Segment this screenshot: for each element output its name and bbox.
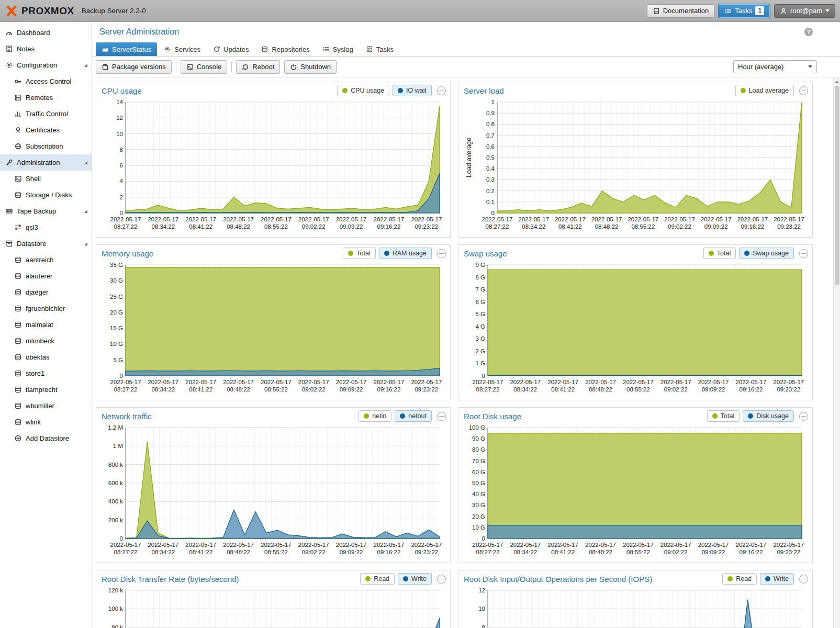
sidebar-item-qsl3[interactable]: qsl3: [0, 219, 92, 236]
console-button[interactable]: Console: [181, 60, 228, 74]
svg-text:09:16:22: 09:16:22: [377, 386, 401, 392]
sidebar-item-malmalat[interactable]: malmalat: [0, 317, 92, 333]
power-icon: [290, 63, 297, 71]
chart-plot-memory: 05 G10 G15 G20 G25 G30 G35 G2022-05-1708…: [102, 262, 445, 397]
collapse-icon[interactable]: [437, 249, 446, 258]
list-icon: [322, 46, 330, 53]
book-icon: [653, 7, 660, 15]
sidebar-item-mlimbeck[interactable]: mlimbeck: [0, 333, 92, 349]
expander-icon[interactable]: [84, 242, 87, 245]
tab-tasks[interactable]: Tasks: [360, 42, 399, 56]
user-label: root@pam: [790, 7, 822, 15]
legend-toggle-netin[interactable]: netin: [359, 410, 391, 422]
chart-plot-cpu: 024681012142022-05-1708:27:222022-05-170…: [102, 99, 445, 234]
shutdown-button[interactable]: Shutdown: [284, 60, 337, 74]
legend-toggle-write[interactable]: Write: [398, 573, 432, 585]
sidebar-item-access-control[interactable]: Access Control: [0, 73, 92, 89]
sidebar-item-storage-disks[interactable]: Storage / Disks: [0, 187, 92, 203]
legend-toggle-write[interactable]: Write: [760, 573, 794, 585]
legend-toggle-netout[interactable]: netout: [395, 410, 432, 422]
svg-text:25 G: 25 G: [110, 294, 123, 300]
sidebar-item-alauterer[interactable]: alauterer: [0, 268, 92, 284]
svg-text:12: 12: [116, 115, 123, 121]
legend-toggle-cpu-usage[interactable]: CPU usage: [337, 85, 389, 96]
svg-text:08:34:22: 08:34:22: [151, 549, 175, 555]
user-menu-button[interactable]: root@pam: [774, 4, 835, 18]
scroll-up-arrow-icon[interactable]: [834, 78, 840, 85]
sidebar-item-administration[interactable]: Administration: [0, 154, 92, 171]
svg-text:0.9: 0.9: [486, 110, 495, 116]
sidebar-item-fgruenbichler[interactable]: fgruenbichler: [0, 300, 92, 317]
sidebar-item-configuration[interactable]: Configuration: [0, 57, 92, 73]
svg-text:2: 2: [120, 194, 123, 200]
legend-toggle-load-average[interactable]: Load average: [735, 85, 794, 96]
help-icon[interactable]: ?: [804, 28, 813, 36]
collapse-icon[interactable]: [799, 412, 808, 421]
documentation-button[interactable]: Documentation: [647, 4, 714, 18]
sidebar-item-label: tlamprecht: [26, 386, 58, 394]
svg-text:2022-05-17: 2022-05-17: [698, 379, 729, 385]
collapse-icon[interactable]: [799, 86, 808, 95]
sidebar-item-wbumiller[interactable]: wbumiller: [0, 398, 92, 414]
collapse-icon[interactable]: [437, 575, 446, 584]
svg-text:7 G: 7 G: [475, 286, 485, 293]
charts-grid: CPU usageCPU usageIO wait024681012142022…: [93, 77, 840, 628]
package-versions-button[interactable]: Package versions: [96, 60, 172, 74]
header-actions: Documentation Tasks 1 root@pam: [647, 4, 835, 18]
svg-text:0.1: 0.1: [486, 199, 495, 205]
expander-icon[interactable]: [84, 64, 87, 67]
collapse-icon[interactable]: [799, 249, 808, 258]
expander-icon[interactable]: [84, 161, 87, 164]
tab-syslog[interactable]: Syslog: [317, 42, 359, 56]
sidebar-item-tlamprecht[interactable]: tlamprecht: [0, 382, 92, 398]
cert-icon: [14, 126, 22, 134]
sidebar-item-datastore[interactable]: Datastore: [0, 236, 92, 252]
legend-toggle-ram-usage[interactable]: RAM usage: [379, 248, 432, 259]
svg-text:Load average: Load average: [465, 138, 473, 178]
legend-toggle-total[interactable]: Total: [703, 248, 736, 259]
svg-text:2022-05-17: 2022-05-17: [547, 542, 578, 548]
tab-updates[interactable]: Updates: [207, 42, 254, 56]
vertical-scrollbar[interactable]: [833, 77, 840, 628]
svg-text:2022-05-17: 2022-05-17: [336, 379, 367, 385]
reboot-button[interactable]: Reboot: [236, 60, 280, 74]
tab-repositories[interactable]: Repositories: [255, 42, 315, 56]
sidebar-item-aantreich[interactable]: aantreich: [0, 252, 92, 268]
sidebar-item-label: fgruenbichler: [26, 305, 65, 312]
sidebar-item-dashboard[interactable]: Dashboard: [0, 25, 92, 41]
wrench-icon: [5, 159, 13, 166]
timeframe-select[interactable]: Hour (average): [733, 60, 817, 73]
sidebar-item-certificates[interactable]: Certificates: [0, 122, 92, 138]
collapse-icon[interactable]: [799, 575, 808, 584]
expander-icon[interactable]: [84, 210, 87, 213]
sidebar-item-notes[interactable]: Notes: [0, 41, 92, 57]
tab-serverstatus[interactable]: ServerStatus: [96, 42, 157, 56]
sidebar-item-subscription[interactable]: Subscription: [0, 138, 92, 154]
legend-toggle-io-wait[interactable]: IO wait: [393, 85, 432, 96]
legend-toggle-read[interactable]: Read: [722, 573, 757, 585]
sidebar-item-tape-backup[interactable]: Tape Backup: [0, 203, 92, 219]
sidebar-item-wlink[interactable]: wlink: [0, 414, 92, 430]
sidebar-item-shell[interactable]: Shell: [0, 171, 92, 187]
sidebar-item-djaeger[interactable]: djaeger: [0, 284, 92, 300]
legend-toggle-total[interactable]: Total: [343, 248, 375, 259]
tab-services[interactable]: Services: [158, 42, 206, 56]
button-label: Shutdown: [300, 63, 331, 71]
legend-toggle-swap-usage[interactable]: Swap usage: [739, 248, 794, 259]
legend-toggle-read[interactable]: Read: [360, 573, 395, 585]
scrollbar-thumb[interactable]: [835, 86, 839, 285]
legend-toggle-total[interactable]: Total: [707, 410, 740, 422]
legend-toggle-disk-usage[interactable]: Disk usage: [743, 410, 794, 422]
tab-label: Repositories: [272, 46, 309, 53]
sidebar-item-store1[interactable]: store1: [0, 365, 92, 382]
svg-text:30 G: 30 G: [472, 502, 485, 508]
collapse-icon[interactable]: [437, 86, 446, 95]
sidebar-item-traffic-control[interactable]: Traffic Control: [0, 106, 92, 122]
chart-plot-rootdisk: 010 G20 G30 G40 G50 G60 G70 G80 G90 G100…: [464, 424, 807, 559]
tasks-button[interactable]: Tasks 1: [719, 4, 770, 18]
sidebar-item-remotes[interactable]: Remotes: [0, 89, 92, 106]
collapse-icon[interactable]: [437, 412, 446, 421]
reboot-icon: [242, 63, 249, 71]
sidebar-item-add-datastore[interactable]: Add Datastore: [0, 430, 92, 446]
sidebar-item-obektas[interactable]: obektas: [0, 349, 92, 365]
